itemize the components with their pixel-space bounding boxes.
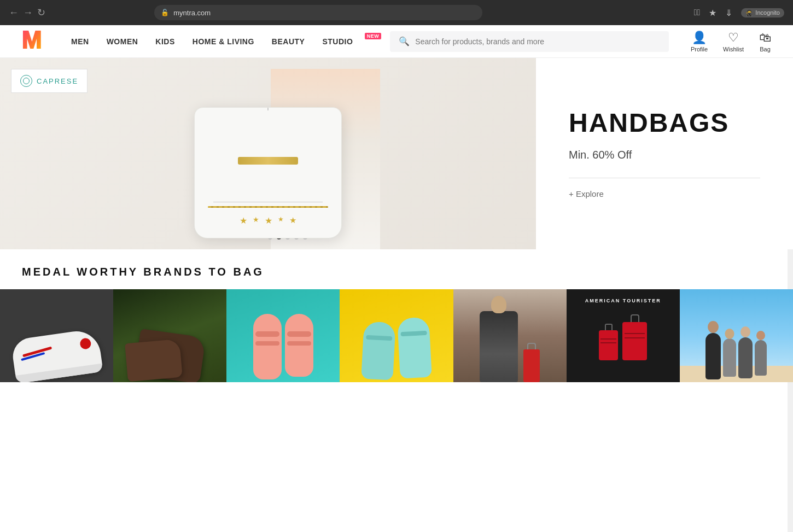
bag-action[interactable]: 🛍 Bag bbox=[759, 31, 771, 52]
search-icon: 🔍 bbox=[399, 36, 410, 46]
nav-studio[interactable]: STUDIO NEW bbox=[322, 37, 368, 46]
luggage-set bbox=[599, 322, 647, 360]
nav-men[interactable]: MEN bbox=[71, 37, 89, 46]
nav-beauty[interactable]: BEAUTY bbox=[272, 37, 305, 46]
caprese-logo-circle bbox=[20, 75, 32, 87]
brand-card-1[interactable] bbox=[0, 289, 113, 382]
incognito-icon: 🥷 bbox=[745, 9, 753, 16]
search-input[interactable] bbox=[415, 37, 660, 46]
browser-nav-buttons: ← → ↻ bbox=[9, 8, 45, 17]
nav-home-living[interactable]: HOME & LIVING bbox=[193, 37, 254, 46]
browser-chrome: ← → ↻ 🔓 myntra.com 👁̸ ★ ⇓ 🥷 Incognito bbox=[0, 0, 793, 25]
address-bar[interactable]: 🔓 myntra.com bbox=[154, 5, 482, 20]
caprese-brand-text: CAPRESE bbox=[37, 77, 78, 85]
wishlist-icon: ♡ bbox=[728, 31, 739, 45]
profile-icon: 👤 bbox=[692, 31, 707, 45]
hero-explore-button[interactable]: + Explore bbox=[569, 189, 760, 198]
download-icon[interactable]: ⇓ bbox=[725, 8, 732, 18]
hero-image-area[interactable]: CAPRESE ★ ★ bbox=[0, 58, 536, 249]
brand-cards-row: AMERICAN TOURISTER bbox=[0, 289, 793, 382]
lock-icon: 🔓 bbox=[161, 9, 169, 16]
brand-card-3[interactable] bbox=[226, 289, 340, 382]
sneaker-shape bbox=[10, 328, 103, 382]
url-text: myntra.com bbox=[173, 9, 211, 17]
brand-card-4[interactable] bbox=[340, 289, 453, 382]
flat-shoes bbox=[363, 318, 430, 379]
studio-new-badge: NEW bbox=[365, 33, 382, 39]
brand-card-2[interactable] bbox=[113, 289, 226, 382]
caprese-logo-inner bbox=[23, 78, 30, 84]
wishlist-label: Wishlist bbox=[723, 46, 744, 52]
svg-text:M: M bbox=[22, 30, 42, 51]
beach-people bbox=[705, 333, 767, 379]
profile-label: Profile bbox=[691, 46, 708, 52]
bag-charms: ★ ★ ★ ★ ★ bbox=[240, 215, 296, 226]
handbag-visual: ★ ★ ★ ★ ★ bbox=[194, 107, 342, 238]
bag-label: Bag bbox=[760, 46, 771, 52]
nav-kids[interactable]: KIDS bbox=[155, 37, 174, 46]
hero-content-area: HANDBAGS Min. 60% Off + Explore bbox=[536, 58, 793, 249]
hero-title: HANDBAGS bbox=[569, 109, 760, 138]
header-actions: 👤 Profile ♡ Wishlist 🛍 Bag bbox=[691, 31, 771, 52]
forward-button[interactable]: → bbox=[23, 8, 33, 17]
profile-action[interactable]: 👤 Profile bbox=[691, 31, 708, 52]
section-title-medal-brands: MEDAL WORTHY BRANDS TO BAG bbox=[0, 249, 793, 289]
hero-subtitle: Min. 60% Off bbox=[569, 149, 760, 161]
brand-logo-overlay: CAPRESE bbox=[11, 69, 88, 93]
reload-button[interactable]: ↻ bbox=[37, 8, 45, 17]
city-person bbox=[480, 311, 540, 382]
dark-shoes bbox=[137, 333, 203, 379]
bag-icon: 🛍 bbox=[759, 31, 771, 45]
incognito-badge: 🥷 Incognito bbox=[741, 8, 784, 17]
brand-card-6[interactable]: AMERICAN TOURISTER bbox=[567, 289, 680, 382]
hero-divider bbox=[569, 178, 760, 178]
nav-women[interactable]: WOMEN bbox=[107, 37, 138, 46]
browser-actions: 👁̸ ★ ⇓ 🥷 Incognito bbox=[694, 8, 784, 18]
wishlist-action[interactable]: ♡ Wishlist bbox=[723, 31, 744, 52]
eye-slash-icon: 👁̸ bbox=[694, 8, 701, 17]
main-nav: MEN WOMEN KIDS HOME & LIVING BEAUTY STUD… bbox=[71, 37, 368, 46]
sandal-pair bbox=[253, 314, 313, 379]
hero-banner: CAPRESE ★ ★ bbox=[0, 58, 793, 249]
brand-card-7[interactable] bbox=[680, 289, 793, 382]
logo-area[interactable]: M M bbox=[22, 30, 49, 54]
myntra-logo[interactable]: M M bbox=[22, 30, 49, 51]
star-icon[interactable]: ★ bbox=[709, 8, 716, 18]
at-brand-name: AMERICAN TOURISTER bbox=[569, 297, 677, 305]
site-header: M M MEN WOMEN KIDS HOME & LIVING BEAUTY … bbox=[0, 25, 793, 58]
back-button[interactable]: ← bbox=[9, 8, 19, 17]
search-bar[interactable]: 🔍 bbox=[390, 31, 669, 52]
brand-card-5[interactable] bbox=[453, 289, 567, 382]
